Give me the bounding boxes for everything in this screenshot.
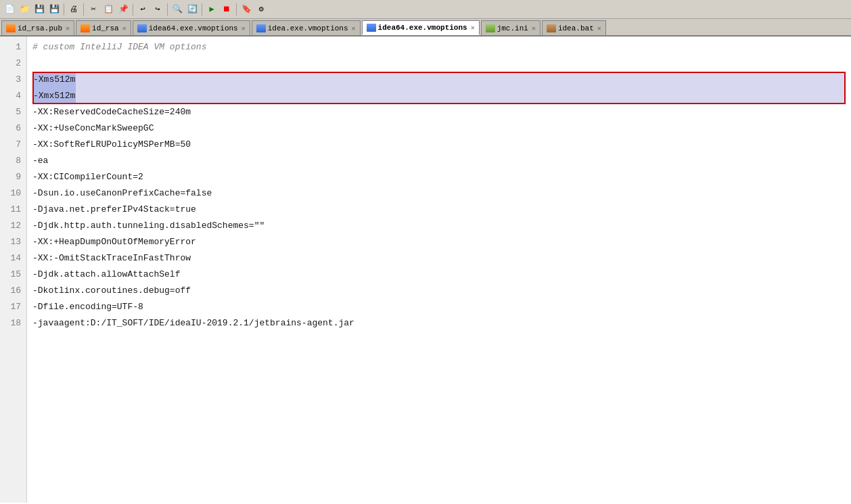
tab-label: idea64.exe.vmoptions bbox=[378, 24, 467, 32]
line-12-text: -Djdk.http.auth.tunneling.disabledScheme… bbox=[32, 218, 264, 234]
line-num-14: 14 bbox=[5, 250, 21, 267]
line-8-text: -ea bbox=[32, 153, 48, 169]
code-line-13: -XX:+HeapDumpOnOutOfMemoryError bbox=[32, 234, 846, 250]
tab-label: id_rsa bbox=[92, 24, 119, 32]
code-line-9: -XX:CICompilerCount=2 bbox=[32, 169, 846, 185]
tab-idea64-vmoptions-2[interactable]: idea64.exe.vmoptions ✕ bbox=[362, 20, 480, 35]
code-line-2 bbox=[32, 55, 846, 72]
code-line-6: -XX:+UseConcMarkSweepGC bbox=[32, 120, 846, 137]
sep6 bbox=[236, 3, 237, 16]
line-num-18: 18 bbox=[5, 315, 21, 331]
editor: 1 2 3 4 5 6 7 8 9 10 11 12 13 14 15 16 1… bbox=[0, 37, 851, 503]
line-3-text: -Xms512m bbox=[32, 72, 76, 88]
cut-btn[interactable]: ✂ bbox=[87, 3, 100, 16]
line-num-5: 5 bbox=[5, 104, 21, 120]
code-line-7: -XX:SoftRefLRUPolicyMSPerMB=50 bbox=[32, 137, 846, 153]
undo-btn[interactable]: ↩ bbox=[136, 3, 150, 16]
tab-idea-bat[interactable]: idea.bat ✕ bbox=[542, 20, 606, 35]
line-num-3: 3 bbox=[5, 72, 21, 88]
code-line-18: -javaagent:D:/IT_SOFT/IDE/ideaIU-2019.2.… bbox=[32, 315, 846, 331]
run-btn[interactable]: ▶ bbox=[205, 3, 218, 16]
tab-bar: id_rsa.pub ✕ id_rsa ✕ idea64.exe.vmoptio… bbox=[0, 19, 851, 37]
line-num-7: 7 bbox=[5, 137, 21, 153]
tab-label: jmc.ini bbox=[497, 24, 528, 32]
code-line-15: -Djdk.attach.allowAttachSelf bbox=[32, 267, 846, 283]
settings-btn[interactable]: ⚙ bbox=[254, 3, 268, 16]
new-file-btn[interactable]: 📄 bbox=[3, 3, 16, 16]
line-11-text: -Djava.net.preferIPv4Stack=true bbox=[32, 202, 196, 218]
line-num-8: 8 bbox=[5, 153, 21, 169]
line-numbers: 1 2 3 4 5 6 7 8 9 10 11 12 13 14 15 16 1… bbox=[0, 37, 27, 503]
sep3 bbox=[133, 3, 133, 16]
line-4-text: -Xmx512m bbox=[32, 88, 76, 104]
line-num-13: 13 bbox=[5, 234, 21, 250]
line-18-text: -javaagent:D:/IT_SOFT/IDE/ideaIU-2019.2.… bbox=[32, 315, 354, 331]
tab-close-icon[interactable]: ✕ bbox=[352, 24, 356, 32]
tab-close-icon[interactable]: ✕ bbox=[532, 24, 536, 32]
tab-jmc-ini[interactable]: jmc.ini ✕ bbox=[481, 20, 540, 35]
bat-icon bbox=[547, 24, 556, 32]
line-17-text: -Dfile.encoding=UTF-8 bbox=[32, 299, 143, 315]
tab-id-rsa[interactable]: id_rsa ✕ bbox=[76, 20, 131, 35]
line-7-text: -XX:SoftRefLRUPolicyMSPerMB=50 bbox=[32, 137, 191, 153]
tab-close-icon[interactable]: ✕ bbox=[471, 24, 475, 32]
code-line-5: -XX:ReservedCodeCacheSize=240m bbox=[32, 104, 846, 120]
toolbar: 📄 📁 💾 💾 🖨 ✂ 📋 📌 ↩ ↪ 🔍 🔄 ▶ ⏹ 🔖 ⚙ bbox=[0, 0, 851, 19]
code-line-1: # custom IntelliJ IDEA VM options bbox=[32, 39, 846, 55]
code-line-14: -XX:-OmitStackTraceInFastThrow bbox=[32, 250, 846, 267]
tab-label: idea.bat bbox=[558, 24, 594, 32]
tab-close-icon[interactable]: ✕ bbox=[122, 24, 127, 32]
line-num-17: 17 bbox=[5, 299, 21, 315]
tab-close-icon[interactable]: ✕ bbox=[597, 24, 601, 32]
save-all-btn[interactable]: 💾 bbox=[47, 3, 61, 16]
tab-id-rsa-pub[interactable]: id_rsa.pub ✕ bbox=[1, 20, 74, 35]
line-9-text: -XX:CICompilerCount=2 bbox=[32, 169, 143, 185]
tab-label: idea.exe.vmoptions bbox=[268, 24, 348, 32]
redo-btn[interactable]: ↪ bbox=[151, 3, 164, 16]
replace-btn[interactable]: 🔄 bbox=[185, 3, 199, 16]
tab-close-icon[interactable]: ✕ bbox=[242, 24, 246, 32]
tab-idea64-vmoptions-1[interactable]: idea64.exe.vmoptions ✕ bbox=[133, 20, 250, 35]
save-btn[interactable]: 💾 bbox=[32, 3, 46, 16]
line-num-16: 16 bbox=[5, 283, 21, 299]
selected-region: -Xms512m -Xmx512m bbox=[32, 72, 846, 104]
copy-btn[interactable]: 📋 bbox=[101, 3, 115, 16]
line-14-text: -XX:-OmitStackTraceInFastThrow bbox=[32, 250, 191, 267]
line-5-text: -XX:ReservedCodeCacheSize=240m bbox=[32, 104, 191, 120]
code-line-8: -ea bbox=[32, 153, 846, 169]
line-num-9: 9 bbox=[5, 169, 21, 185]
bookmark-btn[interactable]: 🔖 bbox=[239, 3, 253, 16]
sep1 bbox=[64, 3, 64, 16]
line-num-10: 10 bbox=[5, 185, 21, 202]
paste-btn[interactable]: 📌 bbox=[116, 3, 130, 16]
open-btn[interactable]: 📁 bbox=[18, 3, 31, 16]
code-line-11: -Djava.net.preferIPv4Stack=true bbox=[32, 202, 846, 218]
sep4 bbox=[167, 3, 168, 16]
tab-label: idea64.exe.vmoptions bbox=[149, 24, 238, 32]
sep2 bbox=[83, 3, 84, 16]
line-10-text: -Dsun.io.useCanonPrefixCache=false bbox=[32, 185, 212, 202]
line-15-text: -Djdk.attach.allowAttachSelf bbox=[32, 267, 180, 283]
tab-label: id_rsa.pub bbox=[18, 24, 62, 32]
code-content[interactable]: # custom IntelliJ IDEA VM options -Xms51… bbox=[27, 37, 851, 503]
code-line-16: -Dkotlinx.coroutines.debug=off bbox=[32, 283, 846, 299]
tab-idea-vmoptions[interactable]: idea.exe.vmoptions ✕ bbox=[252, 20, 361, 35]
line-num-11: 11 bbox=[5, 202, 21, 218]
tab-close-icon[interactable]: ✕ bbox=[66, 24, 70, 32]
code-line-17: -Dfile.encoding=UTF-8 bbox=[32, 299, 846, 315]
stop-btn[interactable]: ⏹ bbox=[220, 3, 233, 16]
code-line-12: -Djdk.http.auth.tunneling.disabledScheme… bbox=[32, 218, 846, 234]
line-num-2: 2 bbox=[5, 55, 21, 72]
line-16-text: -Dkotlinx.coroutines.debug=off bbox=[32, 283, 191, 299]
print-btn[interactable]: 🖨 bbox=[67, 3, 80, 16]
line-13-text: -XX:+HeapDumpOnOutOfMemoryError bbox=[32, 234, 196, 250]
sep5 bbox=[202, 3, 202, 16]
find-btn[interactable]: 🔍 bbox=[170, 3, 184, 16]
vmoptions-icon bbox=[137, 24, 147, 32]
line-num-1: 1 bbox=[5, 39, 21, 55]
code-line-4: -Xmx512m bbox=[32, 88, 846, 104]
line-num-4: 4 bbox=[5, 88, 21, 104]
line-num-6: 6 bbox=[5, 120, 21, 137]
code-line-10: -Dsun.io.useCanonPrefixCache=false bbox=[32, 185, 846, 202]
line-1-text: # custom IntelliJ IDEA VM options bbox=[32, 39, 206, 55]
